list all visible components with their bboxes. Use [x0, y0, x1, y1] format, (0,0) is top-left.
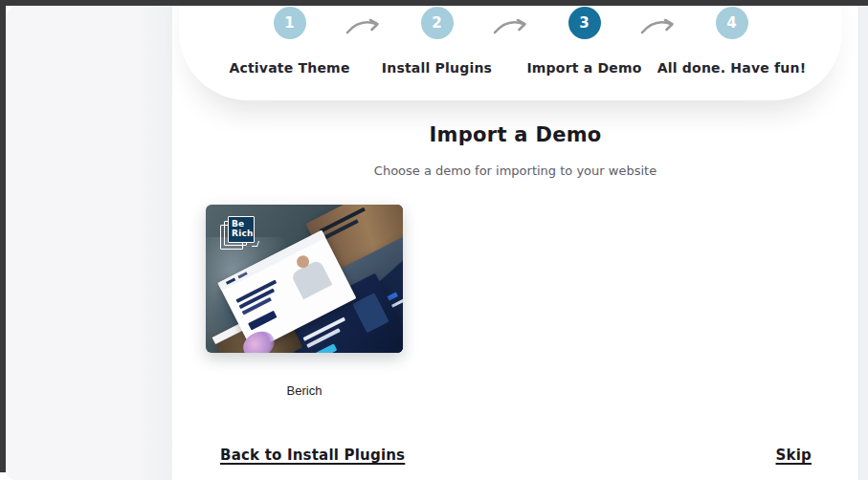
wizard-main-panel: 1 Activate Theme 2 Install Plugins [172, 6, 858, 480]
scrollbar-track[interactable] [858, 6, 868, 480]
step-2-label: Install Plugins [382, 60, 492, 76]
skip-link[interactable]: Skip [776, 447, 812, 464]
page-subtitle: Choose a demo for importing to your webs… [172, 164, 858, 178]
steps-header: 1 Activate Theme 2 Install Plugins [179, 0, 842, 100]
demo-card-berich: Be Rich Berich [206, 205, 403, 398]
step-2-circle: 2 [421, 7, 454, 39]
step-1-label: Activate Theme [229, 60, 349, 76]
page-title: Import a Demo [172, 123, 858, 146]
step-4-circle: 4 [716, 7, 748, 39]
step-3-circle: 3 [568, 7, 601, 39]
window-frame-left [0, 0, 6, 472]
back-to-install-plugins-link[interactable]: Back to Install Plugins [220, 447, 405, 464]
step-import-a-demo: 3 Import a Demo [532, 7, 637, 76]
berich-logo: Be Rich [220, 215, 258, 255]
window-frame-top [0, 0, 868, 6]
demo-name-label: Berich [206, 383, 403, 398]
berich-logo-line1: Be [232, 219, 254, 229]
step-4-label: All done. Have fun! [657, 60, 806, 76]
step-install-plugins: 2 Install Plugins [385, 7, 490, 76]
demo-thumbnail[interactable]: Be Rich [206, 205, 403, 353]
step-3-label: Import a Demo [526, 60, 641, 76]
steps-row: 1 Activate Theme 2 Install Plugins [237, 7, 785, 100]
step-all-done: 4 All done. Have fun! [679, 7, 785, 76]
berich-logo-line2: Rich [232, 229, 254, 238]
left-sidebar-panel [6, 6, 172, 480]
step-1-circle: 1 [274, 7, 306, 39]
arrow-icon [490, 14, 532, 37]
arrow-icon [637, 14, 679, 37]
step-activate-theme: 1 Activate Theme [237, 7, 343, 76]
arrow-icon [343, 14, 385, 37]
